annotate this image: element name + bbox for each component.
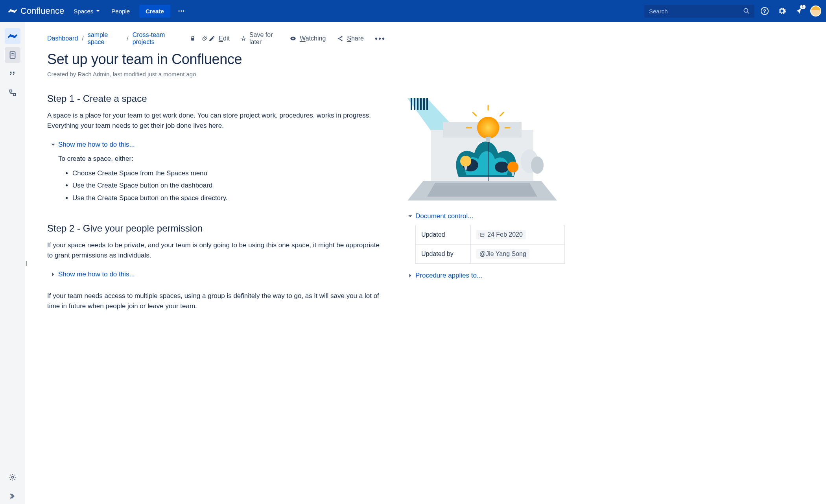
breadcrumb: Dashboard / sample space / Cross-team pr… bbox=[47, 31, 208, 46]
nav-more-button[interactable] bbox=[173, 4, 189, 18]
byline: Created by Rach Admin, last modified jus… bbox=[47, 71, 385, 77]
step2-body2: If your team needs access to multiple sp… bbox=[47, 291, 385, 312]
product-name: Confluence bbox=[20, 6, 64, 16]
watching-button[interactable]: Watching bbox=[289, 35, 326, 42]
svg-point-33 bbox=[495, 162, 509, 173]
svg-rect-13 bbox=[191, 38, 194, 41]
settings-button[interactable] bbox=[775, 4, 789, 18]
dots-icon bbox=[177, 7, 185, 15]
side-column: Document control... Updated 24 Feb 2020 … bbox=[407, 31, 557, 488]
help-button[interactable]: ? bbox=[758, 4, 772, 18]
star-icon bbox=[241, 35, 246, 42]
page-more-button[interactable]: ••• bbox=[375, 34, 385, 43]
create-button[interactable]: Create bbox=[139, 5, 170, 18]
updated-date-chip[interactable]: 24 Feb 2020 bbox=[476, 230, 526, 239]
top-nav: Confluence Spaces People Create ? 1 bbox=[0, 0, 826, 22]
sidebar-pages[interactable] bbox=[5, 47, 20, 63]
breadcrumb-sep: / bbox=[127, 35, 128, 42]
doc-control-table: Updated 24 Feb 2020 Updated by @Jie Yang… bbox=[415, 225, 565, 264]
svg-point-3 bbox=[744, 8, 748, 12]
step2-heading: Step 2 - Give your people permission bbox=[47, 223, 385, 234]
sidebar-space-logo[interactable] bbox=[5, 28, 20, 44]
svg-point-35 bbox=[531, 156, 544, 174]
quote-icon bbox=[8, 70, 17, 78]
step1-expander[interactable]: Show me how to do this... bbox=[50, 141, 385, 149]
confluence-logo[interactable]: Confluence bbox=[5, 6, 67, 16]
svg-point-15 bbox=[292, 38, 294, 39]
breadcrumb-dashboard[interactable]: Dashboard bbox=[47, 35, 78, 42]
avatar[interactable] bbox=[810, 6, 821, 17]
step1-intro: To create a space, either: bbox=[58, 155, 385, 163]
nav-people[interactable]: People bbox=[107, 5, 135, 18]
updated-by-value: @Jie Yang Song bbox=[479, 250, 526, 258]
nav-people-label: People bbox=[111, 8, 130, 15]
resize-handle[interactable]: || bbox=[26, 260, 26, 266]
gear-icon bbox=[778, 7, 786, 15]
svg-line-19 bbox=[339, 37, 341, 38]
notifications-button[interactable]: 1 bbox=[792, 4, 806, 18]
svg-line-41 bbox=[500, 112, 503, 116]
chevron-down-icon bbox=[50, 142, 56, 147]
updated-date: 24 Feb 2020 bbox=[487, 231, 523, 238]
step1-body: A space is a place for your team to get … bbox=[47, 110, 385, 131]
updated-by-label: Updated by bbox=[416, 245, 471, 264]
svg-point-38 bbox=[477, 117, 499, 139]
sidebar-settings[interactable] bbox=[5, 469, 20, 485]
tree-icon bbox=[8, 88, 17, 97]
sidebar-tree[interactable] bbox=[5, 85, 20, 101]
step1-expander-label: Show me how to do this... bbox=[58, 141, 135, 149]
list-item: Use the Create Space button on the space… bbox=[72, 192, 385, 204]
step1-list: Choose Create Space from the Spaces menu… bbox=[72, 167, 385, 204]
procedure-expander[interactable]: Procedure applies to... bbox=[407, 272, 557, 280]
confluence-icon bbox=[7, 31, 18, 41]
doc-control-expander[interactable]: Document control... bbox=[407, 212, 557, 220]
eye-icon bbox=[289, 35, 297, 42]
chevron-down-icon bbox=[96, 9, 100, 13]
chevron-down-icon bbox=[407, 213, 413, 219]
svg-point-12 bbox=[12, 476, 14, 478]
help-icon: ? bbox=[760, 7, 769, 15]
sidebar-blog[interactable] bbox=[5, 66, 20, 82]
search-input[interactable] bbox=[644, 5, 754, 18]
table-row: Updated 24 Feb 2020 bbox=[416, 225, 565, 245]
page-actions: Edit Save for later Watching Share ••• bbox=[208, 31, 385, 46]
page-illustration bbox=[407, 98, 557, 204]
procedure-label: Procedure applies to... bbox=[415, 272, 482, 280]
gear-icon bbox=[9, 473, 17, 481]
list-item: Use the Create Space button on the dashb… bbox=[72, 180, 385, 191]
updated-label: Updated bbox=[416, 225, 471, 245]
save-for-later-button[interactable]: Save for later bbox=[241, 31, 278, 46]
expand-icon bbox=[9, 492, 17, 500]
svg-rect-46 bbox=[480, 233, 484, 237]
step2-expander[interactable]: Show me how to do this... bbox=[50, 270, 385, 278]
list-item: Choose Create Space from the Spaces menu bbox=[72, 167, 385, 179]
edit-label: dit bbox=[223, 35, 230, 42]
svg-point-44 bbox=[460, 156, 471, 167]
chevron-right-icon bbox=[407, 273, 413, 278]
svg-line-20 bbox=[339, 39, 341, 40]
svg-marker-31 bbox=[427, 183, 537, 197]
svg-rect-11 bbox=[13, 94, 16, 96]
step2-body1: If your space needs to be private, and y… bbox=[47, 240, 385, 261]
svg-rect-10 bbox=[10, 90, 12, 92]
share-button[interactable]: Share bbox=[337, 35, 364, 42]
breadcrumb-space[interactable]: sample space bbox=[88, 31, 123, 46]
edit-button[interactable]: Edit bbox=[208, 35, 230, 42]
breadcrumb-parent[interactable]: Cross-team projects bbox=[133, 31, 184, 46]
svg-line-4 bbox=[748, 12, 749, 14]
confluence-icon bbox=[8, 6, 17, 16]
doc-control-label: Document control... bbox=[415, 212, 473, 220]
nav-spaces-label: Spaces bbox=[74, 8, 93, 15]
step2-expander-label: Show me how to do this... bbox=[58, 270, 135, 278]
svg-line-40 bbox=[473, 112, 476, 116]
sidebar: || bbox=[0, 22, 25, 504]
attachments-icon[interactable] bbox=[202, 35, 208, 42]
chevron-right-icon bbox=[50, 272, 56, 277]
search-icon bbox=[743, 7, 750, 15]
restrictions-icon[interactable] bbox=[190, 35, 196, 42]
nav-spaces[interactable]: Spaces bbox=[69, 5, 105, 18]
calendar-icon bbox=[479, 232, 485, 237]
page-icon bbox=[8, 51, 17, 59]
sidebar-expand[interactable] bbox=[5, 488, 20, 504]
updated-by-chip[interactable]: @Jie Yang Song bbox=[476, 249, 529, 259]
